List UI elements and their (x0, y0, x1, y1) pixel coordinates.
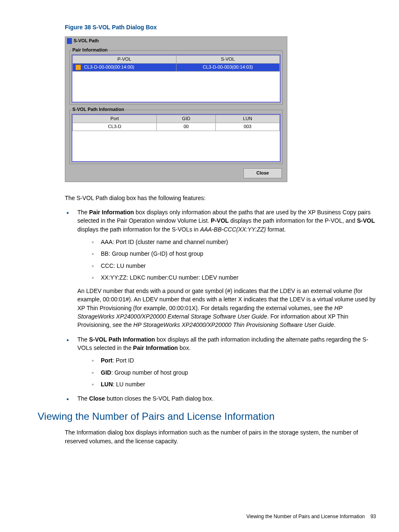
sub-bb: BB: Group number (G-ID) of host group (92, 249, 376, 258)
intro-text: The S-VOL Path dialog box has the follow… (65, 194, 376, 202)
bullet-svol-path-info: The S-VOL Path Information box displays … (65, 335, 376, 388)
col-svol[interactable]: S-VOL (176, 56, 280, 64)
page-footer: Viewing the Number of Pairs and License … (246, 513, 376, 520)
pvol-value: CL3-D-00-000(00:14:00) (84, 64, 134, 69)
volume-icon (75, 64, 81, 70)
close-button[interactable]: Close (243, 168, 282, 178)
path-row[interactable]: CL3-D 00 003 (73, 123, 280, 131)
sub-gid: GID: Group number of host group (92, 368, 376, 377)
gid-value: 00 (157, 123, 216, 131)
pair-information-group: Pair Information P-VOL S-VOL CL3-D-00-00… (69, 47, 283, 105)
sub-port: Port: Port ID (92, 356, 376, 365)
svol-path-info-group: S-VOL Path Information Port GID LUN CL3-… (69, 106, 283, 164)
section-heading: Viewing the Number of Pairs and License … (38, 409, 376, 424)
sub-aaa: AAA: Port ID (cluster name and channel n… (92, 238, 376, 246)
lun-value: 003 (216, 123, 280, 131)
svol-value: CL3-D-00-003(00:14:03) (176, 64, 280, 72)
dialog-title: S-VOL Path (74, 38, 99, 44)
bullet-pair-info: The Pair Information box displays only i… (65, 208, 376, 329)
sub-lun: LUN: LU number (92, 380, 376, 388)
svol-path-table: Port GID LUN CL3-D 00 003 (72, 115, 280, 161)
section-body: The Information dialog box displays info… (65, 428, 376, 445)
ldev-note: An LDEV number that ends with a pound or… (77, 287, 376, 329)
col-pvol[interactable]: P-VOL (73, 56, 176, 64)
col-lun[interactable]: LUN (216, 115, 280, 123)
dialog-titlebar: S-VOL Path (65, 37, 287, 45)
col-gid[interactable]: GID (157, 115, 216, 123)
col-port[interactable]: Port (73, 115, 157, 123)
sub-ccc: CCC: LU number (92, 262, 376, 270)
sub-xxyyzz: XX:YY:ZZ: LDKC number:CU number: LDEV nu… (92, 273, 376, 282)
svol-path-legend: S-VOL Path Information (72, 106, 125, 113)
port-value: CL3-D (73, 123, 157, 131)
pair-info-legend: Pair Information (72, 47, 108, 54)
figure-caption: Figure 38 S-VOL Path Dialog Box (65, 23, 376, 31)
svol-path-dialog: S-VOL Path Pair Information P-VOL S-VOL … (65, 36, 287, 182)
window-icon (67, 38, 72, 44)
pair-info-table: P-VOL S-VOL CL3-D-00-000(00:14:00) CL3-D… (72, 55, 280, 102)
bullet-close: The Close button closes the S-VOL Path d… (65, 394, 376, 403)
pair-row-selected[interactable]: CL3-D-00-000(00:14:00) CL3-D-00-003(00:1… (73, 64, 280, 72)
